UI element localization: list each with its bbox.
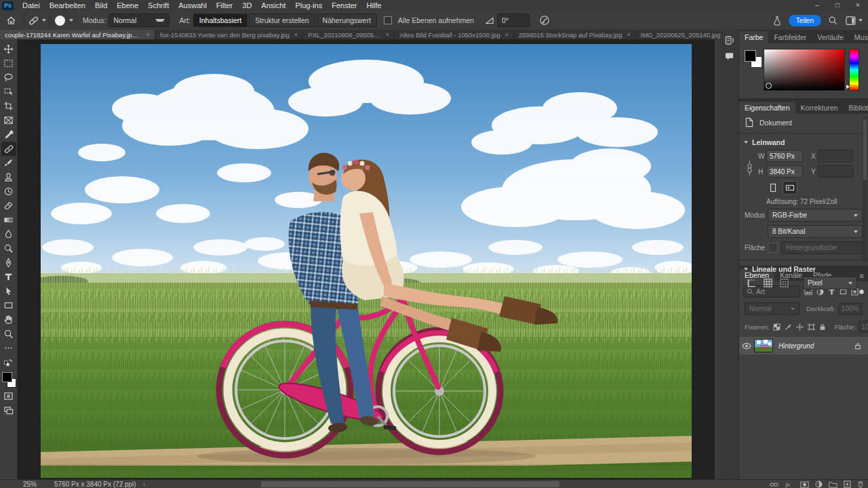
orientation-landscape-button[interactable] xyxy=(783,181,797,195)
tab-pxl[interactable]: PXL_20210908_095051314.jpg bei... × xyxy=(303,30,395,39)
frame-tool[interactable] xyxy=(1,113,16,127)
color-picker-marker[interactable] xyxy=(766,83,772,89)
lock-all-icon[interactable] xyxy=(819,323,826,331)
workspace-switcher-icon[interactable] xyxy=(846,16,863,25)
delete-layer-icon[interactable] xyxy=(857,481,864,488)
home-icon[interactable] xyxy=(6,16,16,26)
menu-datei[interactable]: Datei xyxy=(18,0,45,11)
menu-ansicht[interactable]: Ansicht xyxy=(256,0,290,11)
tab-fussball[interactable]: Altes Bild Fussball - 1050x1500.jpg × xyxy=(395,30,514,39)
quick-mask-icon[interactable] xyxy=(1,389,16,403)
saturation-field[interactable] xyxy=(764,49,845,91)
version-history-panel-icon[interactable] xyxy=(724,35,734,45)
tab-farbe[interactable]: Farbe xyxy=(739,31,768,43)
layer-effects-icon[interactable]: fx xyxy=(785,481,794,488)
clone-stamp-tool[interactable] xyxy=(1,170,16,184)
orientation-portrait-button[interactable] xyxy=(766,182,780,194)
menu-bild[interactable]: Bild xyxy=(90,0,112,11)
lock-transparency-icon[interactable] xyxy=(773,323,781,331)
link-dimensions-icon[interactable] xyxy=(747,159,753,177)
grid-toggle-icon[interactable] xyxy=(761,277,774,289)
pen-pressure-icon[interactable] xyxy=(539,15,550,26)
menu-schrift[interactable]: Schrift xyxy=(143,0,174,11)
tab-close-icon[interactable]: × xyxy=(627,31,630,38)
tab-stocksnap[interactable]: 2598015 StockSnap auf Pixabay.jpg × xyxy=(514,30,636,39)
adjustment-layer-icon[interactable] xyxy=(815,481,823,488)
menu-hilfe[interactable]: Hilfe xyxy=(361,0,386,11)
lock-position-icon[interactable] xyxy=(796,323,804,331)
share-button[interactable]: Teilen xyxy=(789,15,821,26)
type-tool[interactable] xyxy=(1,270,16,284)
rulers-toggle-icon[interactable] xyxy=(745,277,758,289)
shape-tool[interactable] xyxy=(1,298,16,312)
foreground-color-swatch[interactable] xyxy=(745,50,756,62)
blur-tool[interactable] xyxy=(1,227,16,241)
rulers-section-header[interactable]: Lineale und Raster xyxy=(745,265,863,273)
hue-slider-marker[interactable] xyxy=(846,85,850,89)
zoom-level[interactable]: 25% xyxy=(23,481,37,488)
foreground-color-swatch[interactable] xyxy=(2,372,12,382)
new-layer-icon[interactable] xyxy=(844,481,851,488)
lasso-tool[interactable] xyxy=(1,70,16,85)
layer-thumbnail[interactable] xyxy=(754,339,773,352)
menu-3d[interactable]: 3D xyxy=(237,0,256,11)
type-button-inhaltsbasiert[interactable]: Inhaltsbasiert xyxy=(193,14,248,27)
menu-fenster[interactable]: Fenster xyxy=(327,0,361,11)
object-selection-tool[interactable] xyxy=(1,85,16,99)
close-button[interactable]: × xyxy=(848,0,868,11)
eraser-tool[interactable] xyxy=(1,199,16,213)
type-button-struktur-erstellen[interactable]: Struktur erstellen xyxy=(249,14,315,27)
properties-scrollbar[interactable] xyxy=(863,117,867,262)
angle-field[interactable]: 0° xyxy=(497,14,530,27)
status-chevron-icon[interactable]: › xyxy=(143,481,145,488)
search-icon[interactable] xyxy=(828,16,837,25)
healing-brush-tool-preset-icon[interactable] xyxy=(28,15,46,26)
edit-toolbar-icon[interactable] xyxy=(1,341,16,355)
bit-depth-select[interactable]: 8 Bit/Kanal xyxy=(768,225,863,238)
zoom-tool[interactable] xyxy=(1,327,16,341)
type-button-naeherungswert[interactable]: Näherungswert xyxy=(317,14,377,27)
tab-eigenschaften[interactable]: Eigenschaften xyxy=(739,102,795,114)
move-tool[interactable] xyxy=(1,42,16,56)
tab-close-icon[interactable]: × xyxy=(505,31,509,38)
tab-fox[interactable]: fox-1540833 Yvette van den Berg pixabay.… xyxy=(155,30,303,39)
units-select[interactable]: Pixel xyxy=(803,277,857,289)
hue-slider[interactable] xyxy=(849,49,859,91)
link-layers-icon[interactable] xyxy=(770,481,778,488)
tab-muster[interactable]: Muster xyxy=(849,31,868,43)
canvas-area[interactable] xyxy=(18,39,715,479)
tab-close-icon[interactable]: × xyxy=(294,31,298,38)
crop-tool[interactable] xyxy=(1,99,16,113)
layer-row-hintergrund[interactable]: Hintergrund xyxy=(739,337,868,354)
path-selection-tool[interactable] xyxy=(1,284,16,298)
new-group-icon[interactable] xyxy=(829,481,837,488)
menu-ebene[interactable]: Ebene xyxy=(112,0,143,11)
layer-lock-icon[interactable] xyxy=(854,342,861,350)
lock-artboard-icon[interactable] xyxy=(808,323,815,331)
canvas-section-header[interactable]: Leinwand xyxy=(745,138,863,146)
screen-mode-icon[interactable] xyxy=(1,403,16,418)
history-brush-tool[interactable] xyxy=(1,184,16,199)
lock-pixels-icon[interactable] xyxy=(785,323,792,331)
layer-mask-icon[interactable] xyxy=(800,481,809,488)
minimize-button[interactable]: – xyxy=(807,0,827,11)
mode-select[interactable]: Normal xyxy=(108,14,170,27)
brush-tool[interactable] xyxy=(1,156,16,170)
spot-healing-brush-tool[interactable] xyxy=(1,142,16,156)
tab-bibliotheken[interactable]: Bibliotheken xyxy=(843,102,868,114)
canvas-width-field[interactable]: 5760 Px xyxy=(766,150,803,162)
dodge-tool[interactable] xyxy=(1,241,16,256)
color-swatches[interactable] xyxy=(743,49,764,89)
menu-bearbeiten[interactable]: Bearbeiten xyxy=(45,0,90,11)
maximize-button[interactable]: □ xyxy=(827,0,848,11)
tab-korrekturen[interactable]: Korrekturen xyxy=(795,102,844,114)
sample-all-layers-checkbox[interactable] xyxy=(384,16,392,24)
foreground-background-swatches[interactable] xyxy=(1,371,16,389)
tab-verlaeufe[interactable]: Verläufe xyxy=(812,31,849,43)
menu-filter[interactable]: Filter xyxy=(212,0,237,11)
color-mode-select[interactable]: RGB-Farbe xyxy=(768,209,863,222)
comments-panel-icon[interactable] xyxy=(724,52,734,61)
layer-visibility-eye-icon[interactable] xyxy=(739,342,754,350)
brush-size-picker[interactable] xyxy=(54,16,73,26)
menu-plugins[interactable]: Plug-ins xyxy=(290,0,327,11)
